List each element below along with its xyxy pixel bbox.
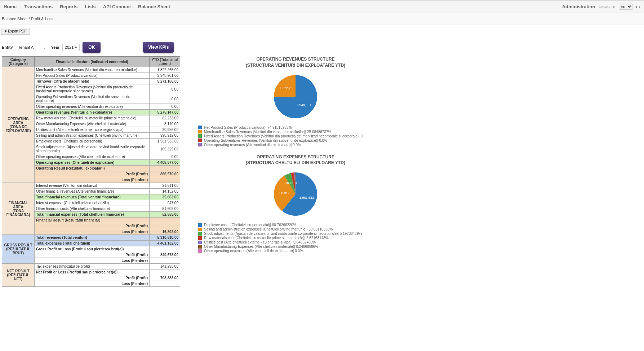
nav-lists[interactable]: Lists	[85, 4, 96, 9]
col-category: Category (Categorie)	[2, 57, 35, 67]
value-cell: 8,110.00	[150, 121, 180, 127]
legend-item: Raw materials cost (Cheltuieli cu materi…	[198, 236, 396, 240]
value-cell: 0.00	[150, 94, 180, 104]
breadcrumb-balance-sheet[interactable]: Balance Sheet	[2, 17, 28, 21]
value-cell	[150, 246, 180, 252]
chart-block: OPERATING EXPENSES STRUCTURE(STRUCTURA C…	[195, 154, 396, 253]
indicator-cell: Total financial revenues (Total venituri…	[35, 194, 150, 200]
profit-loss-table: Category (Categorie) Financial indicator…	[2, 56, 180, 287]
value-cell: 0.00	[150, 104, 180, 110]
legend-item: Fixed Assets Production Revenues (Venitu…	[198, 134, 396, 138]
nav-right: Administration tossadmin en ↦	[562, 4, 640, 10]
indicator-cell: Profit (Profit)	[35, 275, 150, 281]
indicator-cell: Total expenses (Total cheltuieli)	[35, 241, 150, 246]
download-icon: ⬇	[4, 29, 7, 33]
value-cell: 35,663.00	[150, 194, 180, 200]
expand-icon[interactable]: ↦	[636, 4, 640, 10]
value-cell: 4,461,132.00	[150, 241, 180, 246]
value-cell	[150, 258, 180, 264]
table-row: OPERATING AREA(ZONA DE EXPLOATARE)Mercha…	[2, 67, 180, 73]
value-cell: 16,892.00	[150, 229, 180, 235]
value-cell: 52,555.00	[150, 212, 180, 218]
value-cell: 169,329.00	[150, 144, 180, 154]
nav-api-connect[interactable]: API Connect	[103, 4, 131, 9]
indicator-cell: Gross Profit or Loss (Profitul sau pierd…	[35, 246, 150, 252]
value-cell: 5,271,166.00	[150, 79, 180, 84]
legend-swatch	[198, 249, 202, 253]
nav-home[interactable]: Home	[4, 4, 17, 9]
table-row: FINANCIAL AREA(ZONA FINANCIARA)Interest …	[2, 183, 180, 189]
breadcrumb: Balance Sheet / Profit & Loss	[0, 13, 644, 25]
ok-button[interactable]: OK	[83, 42, 101, 53]
pie-chart: 3,948,9011,322,265	[195, 71, 396, 122]
value-cell: 866,570.00	[150, 171, 180, 177]
chart-legend: Employee costs (Cheltuieli cu personalul…	[195, 223, 396, 253]
indicator-cell: Other operating expenses (Alte cheltuiel…	[35, 154, 150, 160]
legend-item: Other operating revenues (Alte venituri …	[198, 143, 396, 147]
legend-label: Other operating revenues (Alte venituri …	[204, 143, 301, 147]
value-cell	[150, 269, 180, 275]
indicator-cell: Utilities cost (Alte cheltuieli externe …	[35, 127, 150, 133]
svg-text:1,322,265: 1,322,265	[280, 86, 294, 90]
legend-label: Other Manufacturing Expenses (Alte chelt…	[204, 245, 318, 249]
year-select[interactable]: 2021▾	[62, 44, 80, 51]
nav-transactions[interactable]: Transactions	[24, 4, 53, 9]
legend-item: Stock adjustments (Ajustari de valoare p…	[198, 232, 396, 236]
legend-swatch	[198, 223, 202, 227]
value-cell: 51,608.00	[150, 206, 180, 212]
nav-reports[interactable]: Reports	[60, 4, 77, 9]
value-cell: 14,152.00	[150, 189, 180, 194]
year-label: Year	[51, 45, 59, 49]
indicator-cell: Loss (Pierdere)	[35, 281, 150, 287]
entity-select[interactable]: Tenant A⌄	[16, 44, 48, 51]
value-cell: 0.00	[150, 154, 180, 160]
value-cell: 947.00	[150, 200, 180, 206]
legend-label: Stock adjustments (Ajustari de valoare p…	[204, 232, 362, 236]
caret-down-icon: ▾	[75, 45, 77, 50]
legend-label: Merchandise Sales Revenues (Venituri din…	[204, 130, 331, 134]
legend-item: Employee costs (Cheltuieli cu personalul…	[198, 223, 396, 227]
indicator-cell: Interest expense (Cheltuieli privind dob…	[35, 200, 150, 206]
indicator-cell: Fixed Assets Production Revenues (Venitu…	[35, 84, 150, 94]
value-cell: 21,511.00	[150, 183, 180, 189]
indicator-cell: Stock adjustments (Ajustari de valoare p…	[35, 144, 150, 154]
indicator-cell: Loss (Pierdere)	[35, 258, 150, 264]
chart-legend: Net Product Sales (Productia vanduta)| 7…	[195, 126, 396, 147]
nav-links: HomeTransactionsReportsListsAPI ConnectB…	[4, 4, 170, 9]
export-pdf-button[interactable]: ⬇Export PDF	[1, 28, 30, 35]
legend-label: Employee costs (Cheltuieli cu personalul…	[204, 223, 296, 227]
admin-link[interactable]: Administration	[562, 4, 595, 9]
indicator-cell: Net Profit or Loss (Profitul sau pierder…	[35, 269, 150, 275]
lang-select[interactable]: en	[619, 4, 632, 10]
legend-item: Net Product Sales (Productia vanduta)| 7…	[198, 126, 396, 130]
indicator-cell: Profit (Profit)	[35, 252, 150, 258]
indicator-cell: Tax expenses (Impozitul pe profit)	[35, 264, 150, 269]
category-cell: GROSS RESULT(REZULTATUL BRUT)	[2, 235, 35, 264]
indicator-cell: Loss (Pierdere)	[35, 229, 150, 235]
chart-title: OPERATING REVENUES STRUCTURE(STRUCTURA V…	[195, 56, 396, 69]
legend-label: Raw materials cost (Cheltuieli cu materi…	[204, 236, 329, 240]
legend-item: Other operating expenses (Alte cheltuiel…	[198, 249, 396, 253]
value-cell: 5,275,147.00	[150, 110, 180, 115]
indicator-cell: Interest revenue (Venituri din dobanzi)	[35, 183, 150, 189]
value-cell	[150, 281, 180, 287]
value-cell: 141,295.00	[150, 264, 180, 269]
legend-label: Utilities cost (Alte cheltuieli externe …	[204, 240, 316, 244]
col-ytd: YTD (Total anul curent)	[150, 57, 180, 67]
legend-item: Operating Subventions Revenues (Venituri…	[198, 139, 396, 142]
table-row: GROSS RESULT(REZULTATUL BRUT)Total reven…	[2, 235, 180, 241]
legend-swatch	[198, 241, 202, 244]
col-indicators: Financial indicators (Indicatori economi…	[35, 57, 150, 67]
indicator-cell: Turnover (Cifra de afaceri neta)	[35, 79, 150, 84]
legend-item: Other Manufacturing Expenses (Alte chelt…	[198, 245, 396, 249]
indicator-cell: Profit (Profit)	[35, 171, 150, 177]
view-kpis-button[interactable]: View KPIs	[143, 42, 174, 53]
legend-item: Selling and administration expenses (Che…	[198, 227, 396, 231]
legend-swatch	[198, 143, 202, 146]
breadcrumb-current: Profit & Loss	[31, 17, 53, 21]
pie-chart: 1,981,533998,912169,329	[195, 169, 396, 219]
indicator-cell: Profit (Profit)	[35, 223, 150, 229]
indicator-cell: Net Product Sales (Productia vanduta)	[35, 73, 150, 79]
indicator-cell: Financial Result (Rezultatul financiar)	[35, 218, 150, 223]
nav-balance-sheet[interactable]: Balance Sheet	[138, 4, 170, 9]
